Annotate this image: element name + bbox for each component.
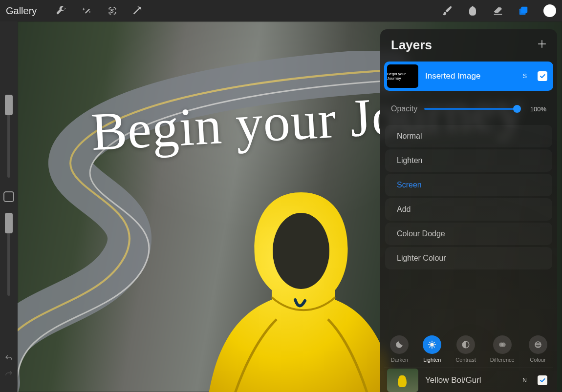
blend-category-tabs: DarkenLightenContrastDifferenceColour [380,328,557,368]
modifier-button[interactable] [3,191,14,202]
blend-mode-list: NormalLightenScreenAddColour DodgeLighte… [380,122,557,274]
layer-opacity-row: Opacity 100% [380,92,557,122]
brush-opacity-slider[interactable] [7,213,10,296]
opacity-slider[interactable] [424,108,520,110]
yellow-figure [198,187,404,392]
arrow-transform-icon[interactable] [132,5,143,16]
blend-tab-icon [390,335,409,354]
blend-tab-label: Difference [490,357,515,363]
layer-name: Yellow Boi/Gurl [425,375,516,385]
app-root: Begin your Journey Gallery S [0,0,562,392]
layer-thumb-text: Begin your Journey [387,72,418,81]
blend-tab-label: Colour [530,357,545,363]
smudge-tool-icon[interactable] [467,5,478,16]
layers-panel-title: Layers [391,38,432,53]
blend-mode-item[interactable]: Add [385,198,552,221]
blend-mode-item[interactable]: Normal [385,125,552,147]
blend-tab-icon [423,335,441,354]
blend-tab-label: Lighten [423,357,441,363]
svg-text:S: S [110,7,114,14]
blend-tab-label: Darken [391,357,408,363]
undo-button[interactable] [4,354,13,365]
layer-thumbnail [387,369,418,392]
layer-row[interactable]: Yellow Boi/Gurl N [384,368,553,392]
layer-visibility-checkbox[interactable] [538,375,547,385]
blend-mode-item[interactable]: Lighten [385,149,552,172]
top-toolbar: Gallery S [0,0,562,21]
blend-tab-label: Contrast [455,357,476,363]
blend-category-tab[interactable]: Difference [490,335,515,363]
layer-row-selected[interactable]: Begin your Journey Inserted Image S [384,62,553,91]
color-swatch[interactable] [543,4,556,17]
layer-visibility-checkbox[interactable] [538,71,547,81]
blend-mode-item[interactable]: Colour Dodge [385,223,552,245]
blend-tab-icon [456,335,475,354]
redo-button[interactable] [4,370,13,380]
svg-point-0 [273,213,329,289]
selection-icon[interactable]: S [107,5,118,16]
gallery-button[interactable]: Gallery [6,5,37,17]
add-layer-button[interactable] [537,37,547,53]
blend-category-tab[interactable]: Lighten [423,335,441,363]
layer-blend-short: N [522,377,527,384]
brush-size-slider[interactable] [7,95,10,178]
wrench-icon[interactable] [56,5,67,16]
layer-name: Inserted Image [425,71,516,81]
svg-rect-3 [519,8,526,15]
brush-tool-icon[interactable] [442,5,453,16]
magic-wand-icon[interactable] [82,5,92,16]
layers-tool-icon[interactable] [518,5,529,16]
opacity-value: 100% [527,105,546,113]
eraser-tool-icon[interactable] [493,5,503,16]
layer-blend-short: S [523,73,527,80]
blend-category-tab[interactable]: Darken [390,335,409,363]
opacity-slider-thumb[interactable] [513,105,521,113]
blend-tab-icon [529,335,547,354]
blend-mode-item[interactable]: Lighter Colour [385,247,552,269]
opacity-label: Opacity [391,104,417,113]
layer-thumbnail: Begin your Journey [387,64,418,88]
layers-panel: Layers Begin your Journey Inserted Image… [380,29,557,392]
blend-category-tab[interactable]: Colour [529,335,547,363]
blend-category-tab[interactable]: Contrast [455,335,476,363]
svg-point-7 [501,343,505,347]
blend-mode-item[interactable]: Screen [385,174,552,196]
left-sidebar [0,21,18,392]
blend-tab-icon [493,335,512,354]
svg-point-4 [431,343,434,347]
